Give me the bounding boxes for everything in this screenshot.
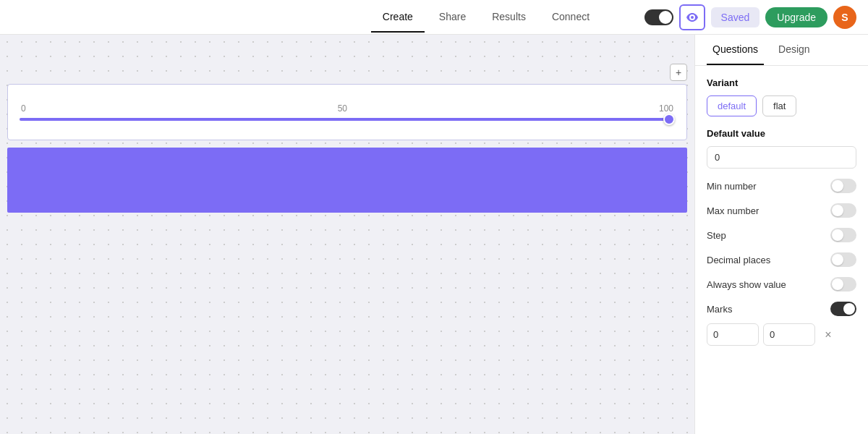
min-number-label: Min number [707, 181, 757, 192]
decimal-places-label: Decimal places [707, 255, 770, 265]
step-label: Step [707, 230, 726, 241]
variant-label: Variant [707, 77, 856, 88]
min-number-row: Min number [707, 179, 856, 193]
default-value-input[interactable] [707, 146, 856, 169]
slider-label-0: 0 [21, 103, 26, 114]
purple-block [7, 148, 687, 213]
slider-fill [20, 118, 675, 121]
max-number-toggle[interactable] [830, 203, 856, 218]
decimal-places-row: Decimal places [707, 252, 856, 267]
widget-container: + 0 50 100 [0, 64, 694, 213]
add-button[interactable]: + [670, 64, 687, 81]
tab-questions[interactable]: Questions [707, 35, 764, 65]
nav-tabs: Create Share Results Connect [328, 2, 644, 33]
dark-mode-toggle[interactable] [644, 9, 673, 25]
widget-add-row: + [7, 64, 687, 81]
marks-delete-button[interactable]: × [820, 326, 837, 344]
marks-toggle[interactable] [830, 302, 856, 316]
variant-default-btn[interactable]: default [707, 95, 757, 116]
tab-design[interactable]: Design [773, 35, 816, 65]
decimal-places-toggle[interactable] [830, 252, 856, 267]
variant-group: Variant default flat [707, 77, 856, 116]
always-show-value-row: Always show value [707, 277, 856, 292]
tab-connect[interactable]: Connect [540, 2, 601, 33]
canvas-area: + 0 50 100 [0, 35, 694, 434]
marks-input-1[interactable] [707, 323, 759, 346]
slider-track[interactable] [20, 118, 675, 121]
slider-label-100: 100 [659, 103, 673, 114]
marks-input-2[interactable] [763, 323, 815, 346]
slider-thumb[interactable] [663, 114, 675, 125]
variant-buttons: default flat [707, 95, 856, 116]
slider-label-50: 50 [338, 103, 347, 114]
avatar: S [833, 6, 856, 29]
tab-share[interactable]: Share [427, 2, 477, 33]
marks-row: Marks [707, 302, 856, 316]
right-panel: Questions Design Variant default flat De… [694, 35, 868, 434]
plus-icon: + [676, 67, 681, 78]
always-show-value-toggle[interactable] [830, 277, 856, 292]
nav-right: Saved Upgrade S [644, 4, 856, 30]
tab-create[interactable]: Create [371, 2, 425, 33]
default-value-label: Default value [707, 128, 856, 139]
step-toggle[interactable] [830, 228, 856, 242]
variant-flat-btn[interactable]: flat [762, 95, 796, 116]
main-layout: + 0 50 100 [0, 35, 868, 434]
slider-track-area: 0 50 100 [20, 96, 675, 128]
min-number-toggle[interactable] [830, 179, 856, 193]
preview-button[interactable] [679, 4, 705, 30]
saved-button[interactable]: Saved [711, 7, 760, 27]
tab-results[interactable]: Results [480, 2, 537, 33]
step-row: Step [707, 228, 856, 242]
upgrade-button[interactable]: Upgrade [765, 7, 827, 27]
default-value-group: Default value [707, 128, 856, 169]
marks-label: Marks [707, 304, 732, 315]
panel-body: Variant default flat Default value Min n… [695, 66, 868, 357]
slider-widget: 0 50 100 [7, 84, 687, 140]
top-nav: Create Share Results Connect Saved Upgra… [0, 0, 868, 35]
marks-inputs: × [707, 323, 856, 346]
panel-tabs: Questions Design [695, 35, 868, 66]
max-number-label: Max number [707, 205, 759, 216]
eye-icon [686, 13, 698, 22]
max-number-row: Max number [707, 203, 856, 218]
always-show-value-label: Always show value [707, 279, 786, 290]
